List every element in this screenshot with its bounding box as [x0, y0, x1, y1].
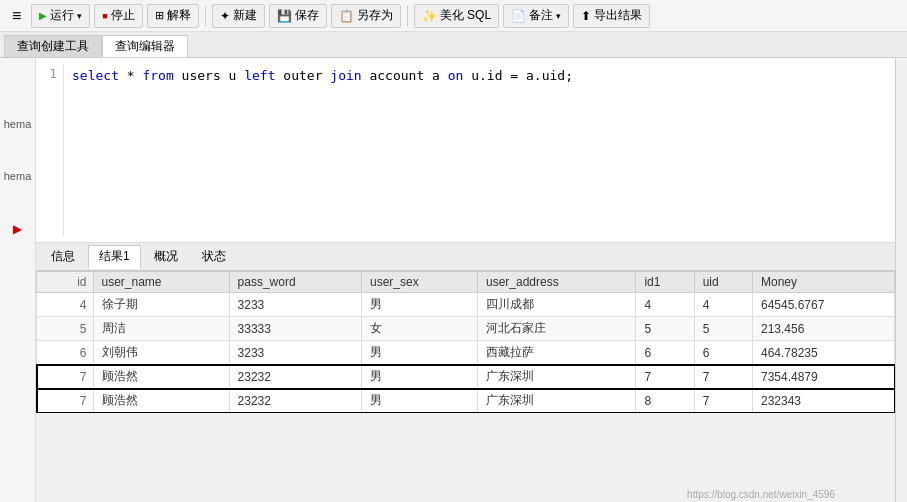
tab-overview[interactable]: 概况: [143, 245, 189, 269]
run-button[interactable]: ▶ 运行 ▾: [31, 4, 90, 28]
toolbar: ≡ ▶ 运行 ▾ ■ 停止 ⊞ 解释 ✦ 新建 💾 保存 📋: [0, 0, 907, 32]
table-row[interactable]: 5周洁33333女河北石家庄55213.456: [37, 317, 895, 341]
tab-result1-label: 结果1: [99, 248, 130, 265]
backup-dropdown-icon[interactable]: ▾: [556, 11, 561, 21]
kw-left: left: [244, 68, 275, 83]
sql-table1: users u: [174, 68, 244, 83]
beautify-icon: ✨: [422, 9, 437, 23]
export-icon: ⬆: [581, 9, 591, 23]
right-scrollbar[interactable]: [895, 58, 907, 502]
table-cell: 4: [636, 293, 694, 317]
query-tabs: 查询创建工具 查询编辑器: [0, 32, 907, 58]
stop-icon: ■: [102, 11, 107, 21]
table-cell: 徐子期: [93, 293, 229, 317]
tab-query-editor-label: 查询编辑器: [115, 38, 175, 55]
table-cell: 5: [37, 317, 94, 341]
table-cell: 6: [636, 341, 694, 365]
table-cell: 男: [362, 389, 478, 413]
tab-status[interactable]: 状态: [191, 245, 237, 269]
table-body: 4徐子期3233男四川成都4464545.67675周洁33333女河北石家庄5…: [37, 293, 895, 413]
backup-button[interactable]: 📄 备注 ▾: [503, 4, 569, 28]
table-cell: 西藏拉萨: [478, 341, 636, 365]
schema-label-2: hema: [4, 170, 32, 182]
export-label: 导出结果: [594, 7, 642, 24]
table-cell: 四川成都: [478, 293, 636, 317]
kw-select: select: [72, 68, 119, 83]
tab-info[interactable]: 信息: [40, 245, 86, 269]
table-cell: 女: [362, 317, 478, 341]
results-table: id user_name pass_word user_sex user_add…: [36, 271, 895, 413]
table-cell: 23232: [229, 389, 361, 413]
table-cell: 男: [362, 341, 478, 365]
menu-icon[interactable]: ≡: [6, 5, 27, 27]
table-row[interactable]: 7顾浩然23232男广东深圳777354.4879: [37, 365, 895, 389]
editor-area[interactable]: 1 select * from users u left outer join …: [36, 58, 895, 243]
col-header-money: Money: [752, 272, 894, 293]
table-row[interactable]: 6刘朝伟3233男西藏拉萨66464.78235: [37, 341, 895, 365]
table-cell: 男: [362, 365, 478, 389]
table-cell: 23232: [229, 365, 361, 389]
table-cell: 顾浩然: [93, 365, 229, 389]
table-cell: 4: [694, 293, 752, 317]
explain-button[interactable]: ⊞ 解释: [147, 4, 199, 28]
run-label: 运行: [50, 7, 74, 24]
tab-result1[interactable]: 结果1: [88, 245, 141, 269]
table-cell: 6: [694, 341, 752, 365]
backup-icon: 📄: [511, 9, 526, 23]
table-cell: 广东深圳: [478, 389, 636, 413]
table-cell: 5: [694, 317, 752, 341]
new-icon: ✦: [220, 9, 230, 23]
table-cell: 顾浩然: [93, 389, 229, 413]
table-cell: 464.78235: [752, 341, 894, 365]
explain-label: 解释: [167, 7, 191, 24]
beautify-button[interactable]: ✨ 美化 SQL: [414, 4, 499, 28]
save-label: 保存: [295, 7, 319, 24]
col-header-id1: id1: [636, 272, 694, 293]
line-numbers: 1: [36, 64, 64, 236]
table-row[interactable]: 4徐子期3233男四川成都4464545.6767: [37, 293, 895, 317]
export-button[interactable]: ⬆ 导出结果: [573, 4, 650, 28]
run-dropdown-icon[interactable]: ▾: [77, 11, 82, 21]
beautify-label: 美化 SQL: [440, 7, 491, 24]
table-cell: 232343: [752, 389, 894, 413]
result-tabs: 信息 结果1 概况 状态: [36, 243, 895, 271]
new-button[interactable]: ✦ 新建: [212, 4, 265, 28]
table-cell: 7: [37, 389, 94, 413]
save-as-label: 另存为: [357, 7, 393, 24]
save-as-icon: 📋: [339, 9, 354, 23]
table-cell: 河北石家庄: [478, 317, 636, 341]
tab-query-create[interactable]: 查询创建工具: [4, 35, 102, 57]
table-cell: 4: [37, 293, 94, 317]
table-cell: 6: [37, 341, 94, 365]
tab-overview-label: 概况: [154, 248, 178, 265]
col-header-user-address: user_address: [478, 272, 636, 293]
table-cell: 广东深圳: [478, 365, 636, 389]
table-cell: 刘朝伟: [93, 341, 229, 365]
tab-status-label: 状态: [202, 248, 226, 265]
col-header-uid: uid: [694, 272, 752, 293]
col-header-id: id: [37, 272, 94, 293]
tab-query-editor[interactable]: 查询编辑器: [102, 35, 188, 57]
table-cell: 5: [636, 317, 694, 341]
data-table-wrap[interactable]: id user_name pass_word user_sex user_add…: [36, 271, 895, 413]
sql-editor: 1 select * from users u left outer join …: [36, 58, 895, 243]
sql-table2: account a: [362, 68, 448, 83]
table-cell: 7: [636, 365, 694, 389]
table-cell: 7: [694, 389, 752, 413]
stop-label: 停止: [111, 7, 135, 24]
save-button[interactable]: 💾 保存: [269, 4, 327, 28]
table-cell: 3233: [229, 293, 361, 317]
kw-join: join: [330, 68, 361, 83]
table-row[interactable]: 7顾浩然23232男广东深圳87232343: [37, 389, 895, 413]
stop-button[interactable]: ■ 停止: [94, 4, 142, 28]
schema-sidebar: hema hema ▶: [0, 58, 36, 502]
col-header-user-name: user_name: [93, 272, 229, 293]
table-cell: 3233: [229, 341, 361, 365]
tab-query-create-label: 查询创建工具: [17, 38, 89, 55]
table-cell: 64545.6767: [752, 293, 894, 317]
backup-label: 备注: [529, 7, 553, 24]
separator-2: [407, 6, 408, 26]
save-as-button[interactable]: 📋 另存为: [331, 4, 401, 28]
editor-content[interactable]: select * from users u left outer join ac…: [64, 64, 895, 236]
data-table-container[interactable]: id user_name pass_word user_sex user_add…: [36, 271, 895, 502]
